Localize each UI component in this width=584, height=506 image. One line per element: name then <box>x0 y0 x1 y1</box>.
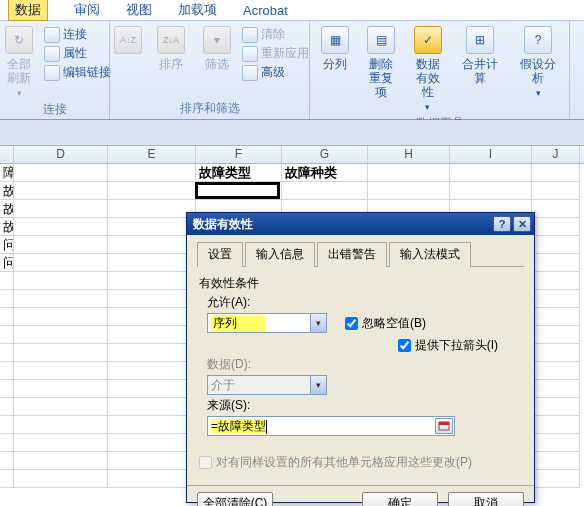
dialog-titlebar[interactable]: 数据有效性 ? ✕ <box>187 213 534 235</box>
edit-links-button[interactable]: 编辑链接 <box>44 64 111 81</box>
refresh-all-button[interactable]: ↻ 全部刷新 ▾ <box>0 23 40 100</box>
filter-button[interactable]: ▾ 筛选 <box>196 23 238 71</box>
grid-cell[interactable] <box>14 164 108 182</box>
grid-cell[interactable] <box>14 200 108 218</box>
grid-cell[interactable] <box>532 326 580 344</box>
grid-cell[interactable] <box>108 164 196 182</box>
grid-cell[interactable]: 问题 <box>0 254 14 272</box>
grid-cell[interactable] <box>450 164 532 182</box>
grid-cell[interactable] <box>14 308 108 326</box>
ok-button[interactable]: 确定 <box>362 492 438 506</box>
grid-cell[interactable] <box>532 416 580 434</box>
tab-settings[interactable]: 设置 <box>197 242 243 267</box>
ribbon-tab-data[interactable]: 数据 <box>8 0 48 21</box>
grid-cell[interactable] <box>14 470 108 488</box>
data-validation-button[interactable]: ✓ 数据有效性 ▾ <box>407 23 450 114</box>
grid-cell[interactable] <box>108 416 196 434</box>
clear-filter-button[interactable]: 清除 <box>242 26 309 43</box>
provide-dropdown-checkbox[interactable]: 提供下拉箭头(I) <box>398 337 498 354</box>
grid-cell[interactable] <box>14 254 108 272</box>
close-button[interactable]: ✕ <box>513 216 531 232</box>
grid-cell[interactable] <box>532 182 580 200</box>
whatif-button[interactable]: ? 假设分析 ▾ <box>511 23 565 100</box>
grid-cell[interactable]: 问题 <box>0 236 14 254</box>
grid-cell[interactable] <box>0 434 14 452</box>
grid-cell[interactable] <box>0 398 14 416</box>
grid-cell[interactable] <box>532 380 580 398</box>
grid-row[interactable]: 故障 <box>0 182 584 200</box>
tab-input-msg[interactable]: 输入信息 <box>245 242 315 267</box>
tab-ime[interactable]: 输入法模式 <box>389 242 471 267</box>
grid-cell[interactable] <box>108 290 196 308</box>
grid-cell[interactable] <box>108 272 196 290</box>
grid-cell[interactable] <box>14 326 108 344</box>
grid-row[interactable]: 障故障类型故障种类 <box>0 164 584 182</box>
grid-cell[interactable] <box>14 434 108 452</box>
ribbon-tab-addins[interactable]: 加载项 <box>178 1 217 19</box>
grid-cell[interactable]: 故障 <box>0 200 14 218</box>
col-header-H[interactable]: H <box>368 146 450 163</box>
allow-combo[interactable]: 序列 ▾ <box>207 313 327 333</box>
grid-cell[interactable] <box>532 434 580 452</box>
grid-cell[interactable] <box>14 218 108 236</box>
grid-cell[interactable] <box>532 290 580 308</box>
grid-cell[interactable] <box>108 326 196 344</box>
col-header-J[interactable]: J <box>532 146 580 163</box>
grid-cell[interactable] <box>450 182 532 200</box>
grid-cell[interactable]: 故障 <box>0 218 14 236</box>
grid-cell[interactable] <box>0 362 14 380</box>
grid-cell[interactable] <box>532 236 580 254</box>
grid-cell[interactable] <box>14 380 108 398</box>
grid-cell[interactable] <box>0 326 14 344</box>
ribbon-tab-review[interactable]: 审阅 <box>74 1 100 19</box>
grid-cell[interactable] <box>532 254 580 272</box>
grid-cell[interactable] <box>532 398 580 416</box>
grid-cell[interactable] <box>532 200 580 218</box>
grid-cell[interactable] <box>532 164 580 182</box>
grid-cell[interactable] <box>0 452 14 470</box>
grid-cell[interactable] <box>108 254 196 272</box>
grid-cell[interactable] <box>108 380 196 398</box>
grid-cell[interactable] <box>532 344 580 362</box>
consolidate-button[interactable]: ⊞ 合并计算 <box>453 23 507 85</box>
grid-cell[interactable] <box>14 398 108 416</box>
grid-cell[interactable] <box>108 200 196 218</box>
grid-cell[interactable] <box>368 182 450 200</box>
grid-cell[interactable]: 故障 <box>0 182 14 200</box>
grid-cell[interactable] <box>282 182 368 200</box>
ribbon-tab-acrobat[interactable]: Acrobat <box>243 3 288 18</box>
grid-cell[interactable] <box>108 308 196 326</box>
grid-cell[interactable] <box>196 182 282 200</box>
tab-error-alert[interactable]: 出错警告 <box>317 242 387 267</box>
grid-cell[interactable] <box>0 470 14 488</box>
ribbon-tab-view[interactable]: 视图 <box>126 1 152 19</box>
grid-cell[interactable] <box>0 416 14 434</box>
grid-cell[interactable] <box>532 452 580 470</box>
grid-cell[interactable] <box>14 236 108 254</box>
col-header-I[interactable]: I <box>450 146 532 163</box>
grid-cell[interactable] <box>0 290 14 308</box>
col-header-F[interactable]: F <box>196 146 282 163</box>
sort-asc-button[interactable]: A↓Z <box>110 23 146 57</box>
grid-cell[interactable] <box>108 218 196 236</box>
grid-cell[interactable]: 故障类型 <box>196 164 282 182</box>
properties-button[interactable]: 属性 <box>44 45 111 62</box>
source-input[interactable]: =故障类型 <box>207 416 455 436</box>
col-header-G[interactable]: G <box>282 146 368 163</box>
grid-cell[interactable] <box>108 452 196 470</box>
grid-cell[interactable] <box>532 362 580 380</box>
text-to-columns-button[interactable]: ▦ 分列 <box>314 23 356 71</box>
cancel-button[interactable]: 取消 <box>448 492 524 506</box>
grid-cell[interactable] <box>0 380 14 398</box>
grid-cell[interactable] <box>14 182 108 200</box>
clear-all-button[interactable]: 全部清除(C) <box>197 492 273 506</box>
grid-cell[interactable] <box>108 344 196 362</box>
grid-cell[interactable] <box>108 182 196 200</box>
grid-cell[interactable] <box>0 344 14 362</box>
col-header-E[interactable]: E <box>108 146 196 163</box>
connections-button[interactable]: 连接 <box>44 26 111 43</box>
grid-cell[interactable] <box>14 272 108 290</box>
ignore-blank-checkbox[interactable]: 忽略空值(B) <box>345 315 426 332</box>
dropdown-icon[interactable]: ▾ <box>310 314 326 332</box>
grid-cell[interactable] <box>532 470 580 488</box>
